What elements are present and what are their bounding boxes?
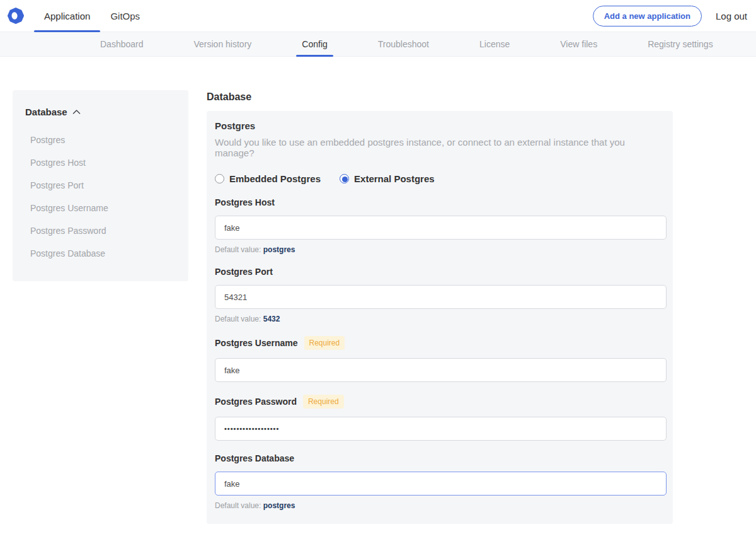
tab-dashboard-label: Dashboard [100,39,144,49]
postgres-port-input[interactable] [215,285,667,309]
field-postgres-username: Postgres Username Required [215,336,666,382]
default-value-text: postgres [263,245,295,254]
kots-logo-icon [8,8,24,24]
tab-view-files[interactable]: View files [554,32,603,56]
sidebar-item-postgres-host[interactable]: Postgres Host [25,153,176,173]
logout-link[interactable]: Log out [716,11,747,21]
tab-gitops[interactable]: GitOps [100,0,150,32]
sidebar-item-postgres-port[interactable]: Postgres Port [25,175,176,195]
default-value-text: postgres [263,501,295,510]
config-sidebar: Database Postgres Postgres Host Postgres… [13,90,188,281]
radio-external-postgres-circle [340,174,349,183]
top-nav-spacer [150,0,593,32]
field-postgres-database: Postgres Database Default value: postgre… [215,453,666,510]
sidebar-group-database[interactable]: Database [25,107,176,117]
postgres-mode-radio-group: Embedded Postgres External Postgres [215,173,666,184]
postgres-port-default-helper: Default value: 5432 [215,315,666,323]
postgres-database-input[interactable] [215,472,667,496]
tab-version-history-label: Version history [194,39,252,49]
sidebar-item-postgres-username[interactable]: Postgres Username [25,198,176,218]
postgres-database-label: Postgres Database [215,453,294,463]
default-value-text: 5432 [263,315,280,323]
sidebar-item-postgres-database[interactable]: Postgres Database [25,243,176,264]
tab-registry-settings[interactable]: Registry settings [642,32,718,56]
radio-embedded-postgres-label: Embedded Postgres [229,173,321,184]
radio-external-postgres[interactable]: External Postgres [340,173,435,184]
sidebar-item-postgres-password[interactable]: Postgres Password [25,221,176,241]
postgres-host-label: Postgres Host [215,197,275,207]
tab-dashboard[interactable]: Dashboard [94,32,149,56]
sidebar-item-postgres[interactable]: Postgres [25,130,176,150]
top-nav-right: Add a new application Log out [593,0,747,32]
top-nav-tabs: Application GitOps [34,0,150,32]
group-description: Would you like to use an embedded postgr… [215,137,666,158]
tab-troubleshoot[interactable]: Troubleshoot [372,32,435,56]
radio-embedded-postgres[interactable]: Embedded Postgres [215,173,321,184]
sidebar-group-database-label: Database [25,107,67,117]
radio-external-postgres-label: External Postgres [354,173,435,184]
postgres-host-input[interactable] [215,216,667,240]
postgres-username-label: Postgres Username [215,338,298,348]
chevron-up-icon [72,109,81,115]
page-title: Database [207,91,673,103]
default-value-prefix: Default value: [215,315,261,323]
postgres-username-input[interactable] [215,358,667,382]
add-new-application-button[interactable]: Add a new application [593,6,702,26]
field-postgres-password: Postgres Password Required [215,395,666,441]
tab-config-label: Config [302,39,327,49]
postgres-password-label: Postgres Password [215,397,297,407]
tab-view-files-label: View files [560,39,597,49]
required-badge: Required [303,395,344,409]
default-value-prefix: Default value: [215,245,261,254]
tab-config[interactable]: Config [296,32,333,56]
tab-application-label: Application [44,11,90,21]
tab-application[interactable]: Application [34,0,100,32]
tab-license[interactable]: License [474,32,515,56]
field-postgres-port: Postgres Port Default value: 5432 [215,267,666,323]
config-main-column: Database Postgres Would you like to use … [207,90,673,551]
app-sub-nav: Dashboard Version history Config Trouble… [0,32,756,57]
database-config-group: Postgres Would you like to use an embedd… [207,111,673,524]
radio-embedded-postgres-circle [215,174,224,183]
postgres-password-input[interactable] [215,417,667,441]
default-value-prefix: Default value: [215,501,261,510]
postgres-host-default-helper: Default value: postgres [215,245,666,254]
tab-version-history[interactable]: Version history [188,32,258,56]
postgres-database-default-helper: Default value: postgres [215,501,666,510]
tab-troubleshoot-label: Troubleshoot [378,39,429,49]
group-title-postgres: Postgres [215,120,666,131]
top-nav-bar: Application GitOps Add a new application… [0,0,756,32]
postgres-port-label: Postgres Port [215,267,273,277]
required-badge: Required [304,336,345,350]
app-logo[interactable] [6,0,34,32]
tab-gitops-label: GitOps [110,11,140,21]
field-postgres-host: Postgres Host Default value: postgres [215,197,666,254]
tab-registry-settings-label: Registry settings [648,39,713,49]
tab-license-label: License [479,39,510,49]
config-page-content: Database Postgres Postgres Host Postgres… [0,57,756,551]
